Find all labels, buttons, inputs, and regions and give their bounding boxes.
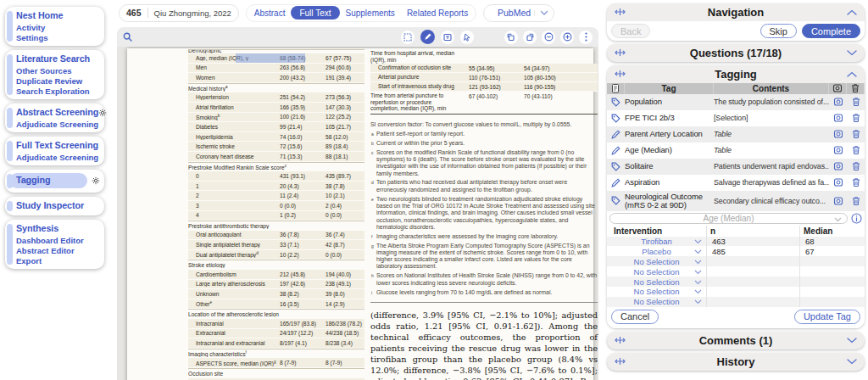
update-tag-button[interactable]: Update Tag <box>794 310 860 324</box>
trash-icon[interactable] <box>847 97 865 107</box>
trash-icon[interactable] <box>847 113 865 123</box>
locate-icon[interactable] <box>829 129 847 139</box>
intervention-select[interactable]: No Selection <box>607 267 706 277</box>
locate-icon[interactable] <box>829 196 847 206</box>
n-value[interactable]: 463 <box>707 237 800 247</box>
sidebar-item-full-text-screening[interactable]: Full Text Screening <box>16 140 98 151</box>
tag-row[interactable]: Parent Artery LocationTable <box>607 126 865 142</box>
locate-icon[interactable] <box>829 177 847 187</box>
intervention-select[interactable]: No Selection <box>607 257 706 266</box>
sidebar-item-search-exploration[interactable]: Search Exploration <box>16 87 100 96</box>
median-value[interactable]: 68 <box>800 237 865 247</box>
gear-icon[interactable] <box>92 176 100 185</box>
chevron-down-icon[interactable] <box>534 10 548 16</box>
sidebar-item-export[interactable]: Export <box>16 257 100 265</box>
sidebar-item-adjudicate-screening[interactable]: Adjudicate Screening <box>16 154 100 162</box>
zoom-in-icon[interactable] <box>560 31 574 44</box>
chevron-down-icon[interactable] <box>847 50 857 56</box>
rotate-left-icon[interactable] <box>504 31 518 44</box>
intervention-select[interactable]: Tirofiban <box>607 237 706 246</box>
tab-full-text[interactable]: Full Text <box>291 6 339 20</box>
search-icon[interactable] <box>123 32 132 42</box>
intervention-select[interactable]: No Selection <box>607 287 706 296</box>
locate-icon[interactable] <box>829 113 847 123</box>
intervention-select[interactable]: Placebo <box>607 247 706 256</box>
chevron-up-icon[interactable] <box>847 71 857 77</box>
locate-icon[interactable] <box>829 97 847 107</box>
tab-related-reports[interactable]: Related Reports <box>401 7 474 20</box>
median-value[interactable] <box>800 256 865 266</box>
tag-column-header[interactable]: Tag <box>625 83 714 94</box>
highlight-tool[interactable] <box>420 30 435 44</box>
sidebar-item-dashboard-editor[interactable]: Dashboard Editor <box>16 237 100 245</box>
zoom-out-icon[interactable] <box>542 31 555 44</box>
n-value[interactable] <box>707 297 800 307</box>
tag-row[interactable]: SolitairePatients underwent rapid endova… <box>607 159 865 175</box>
sidebar-item-synthesis[interactable]: Synthesis <box>16 223 58 234</box>
drag-handle-icon[interactable] <box>615 336 626 344</box>
history-panel-header[interactable]: History <box>607 353 865 371</box>
sidebar-item-literature-search[interactable]: Literature Search <box>16 53 90 64</box>
trash-icon[interactable] <box>847 145 865 155</box>
sidebar-item-settings[interactable]: Settings <box>16 34 100 42</box>
drag-handle-icon[interactable] <box>615 8 626 16</box>
source-dropdown[interactable]: PubMed <box>483 4 554 22</box>
n-value[interactable] <box>707 277 800 287</box>
gear-icon[interactable] <box>98 109 107 117</box>
n-value[interactable] <box>707 266 800 277</box>
sidebar-item-other-sources[interactable]: Other Sources <box>16 67 100 75</box>
tag-row[interactable]: AspirationSalvage therapywas defined as … <box>607 175 865 191</box>
tab-supplements[interactable]: Supplements <box>340 7 401 20</box>
area-select-tool[interactable] <box>401 31 415 44</box>
navigation-panel-header[interactable]: Navigation <box>607 3 865 21</box>
sidebar-item-nest-home[interactable]: Nest Home <box>16 10 64 21</box>
more-options-icon[interactable] <box>579 31 593 44</box>
sidebar-item-duplicate-review[interactable]: Duplicate Review <box>16 77 100 86</box>
trash-icon[interactable] <box>847 161 865 171</box>
questions-panel-header[interactable]: Questions (17/18) <box>607 44 865 62</box>
trash-icon[interactable] <box>847 196 865 206</box>
chevron-down-icon[interactable] <box>847 359 857 365</box>
complete-button[interactable]: Complete <box>802 24 860 38</box>
locate-icon[interactable] <box>829 161 847 171</box>
intervention-select[interactable]: No Selection <box>607 297 706 306</box>
trash-icon[interactable] <box>847 129 865 139</box>
pdf-viewport[interactable]: DemographicAge, median (IQR), y68 (58-74… <box>117 47 598 380</box>
cancel-button[interactable]: Cancel <box>611 310 659 324</box>
tag-row[interactable]: FPE TICI 2b/3[Selection] <box>607 110 865 126</box>
locate-icon[interactable] <box>829 145 847 155</box>
sidebar-item-abstract-editor[interactable]: Abstract Editor <box>16 247 100 255</box>
tag-row[interactable]: PopulationThe study population consisted… <box>607 94 865 110</box>
tagging-panel-header[interactable]: Tagging <box>607 65 865 83</box>
median-value[interactable] <box>800 287 865 297</box>
drag-handle-icon[interactable] <box>615 70 626 78</box>
contents-column-header[interactable]: Contents <box>714 83 829 94</box>
median-value[interactable] <box>800 277 865 287</box>
sidebar-item-abstract-screening[interactable]: Abstract Screening <box>16 107 98 118</box>
tag-select-dropdown[interactable]: Age (Median) <box>609 213 848 224</box>
tag-row[interactable]: Age (Median)Table <box>607 142 865 159</box>
chevron-down-icon[interactable] <box>847 338 857 344</box>
drag-handle-icon[interactable] <box>615 48 626 57</box>
sidebar-item-study-inspector[interactable]: Study Inspector <box>16 200 84 211</box>
rotate-right-icon[interactable] <box>523 31 537 44</box>
tag-row[interactable]: Neurological Outcome (mRS 0-2 at 90D)Sec… <box>607 191 865 211</box>
median-value[interactable] <box>800 266 865 277</box>
back-button[interactable]: Back <box>611 24 650 38</box>
median-value[interactable] <box>800 297 865 307</box>
tab-abstract[interactable]: Abstract <box>248 7 292 20</box>
chevron-up-icon[interactable] <box>847 9 857 15</box>
n-value[interactable]: 485 <box>707 246 800 256</box>
cursor-tool[interactable] <box>460 31 474 44</box>
trash-icon[interactable] <box>847 177 865 187</box>
median-value[interactable]: 67 <box>800 246 865 256</box>
comments-panel-header[interactable]: Comments (1) <box>607 332 865 349</box>
n-value[interactable] <box>707 287 800 297</box>
sidebar-item-adjudicate-screening[interactable]: Adjudicate Screening <box>16 120 100 129</box>
text-select-tool[interactable] <box>441 31 454 44</box>
skip-button[interactable]: Skip <box>760 24 797 38</box>
info-icon[interactable] <box>851 213 862 224</box>
drag-handle-icon[interactable] <box>615 357 626 366</box>
sidebar-item-activity[interactable]: Activity <box>16 24 100 32</box>
n-value[interactable] <box>707 256 800 266</box>
